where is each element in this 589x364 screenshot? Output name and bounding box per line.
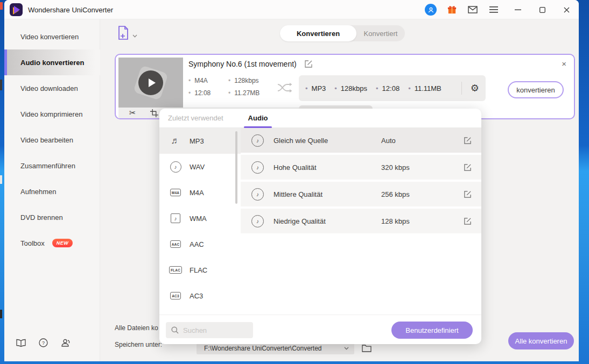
chevron-down-icon	[132, 34, 137, 38]
format-item-wav[interactable]: ♪ WAV	[159, 154, 241, 180]
source-bitrate: 128kbps	[228, 77, 260, 84]
ac3-badge-icon: AC3	[170, 292, 181, 299]
maximize-icon	[539, 7, 545, 13]
close-icon	[564, 7, 570, 13]
desktop-icon-fragment	[0, 175, 2, 184]
sidebar-item-video-downloaden[interactable]: Video downloaden	[4, 75, 100, 101]
sidebar-item-zusammenfuehren[interactable]: Zusammenführen	[4, 153, 100, 179]
feedback-button[interactable]	[467, 4, 479, 16]
quality-note-icon: ♪	[251, 134, 264, 147]
sidebar-item-video-konvertieren[interactable]: Video konvertieren	[4, 24, 100, 49]
convert-file-button[interactable]: konvertieren	[508, 81, 564, 98]
quality-row-low[interactable]: ♪ Niedrige Qualität 128 kbps	[241, 209, 481, 234]
svg-text:?: ?	[42, 340, 45, 346]
format-item-wma[interactable]: ♪ WMA	[159, 205, 241, 231]
rename-edit-icon[interactable]	[304, 60, 313, 68]
maximize-button[interactable]	[536, 4, 548, 16]
sidebar-item-toolbox[interactable]: Toolbox NEW	[4, 230, 100, 256]
popup-tab-recent[interactable]: Zuletzt verwendet	[168, 114, 223, 122]
quality-row-high[interactable]: ♪ Hohe Qualität 320 kbps	[241, 155, 481, 181]
source-media-info: M4A 128kbps 12:08 11.27MB	[188, 77, 260, 97]
user-avatar-icon	[425, 4, 437, 16]
search-icon	[171, 326, 179, 334]
account-button[interactable]	[425, 4, 437, 16]
edit-preset-icon[interactable]	[464, 163, 472, 172]
community-button[interactable]	[61, 339, 71, 349]
save-under-label: Speichern unter:	[115, 341, 162, 348]
play-icon	[138, 70, 163, 95]
file-title: Symphony No.6 (1st movement)	[188, 60, 297, 68]
sidebar-item-dvd-brennen[interactable]: DVD brennen	[4, 204, 100, 230]
source-format: M4A	[188, 77, 228, 84]
format-item-ac3[interactable]: AC3 AC3	[159, 283, 241, 309]
format-item-mp3[interactable]: ♬ MP3	[159, 128, 241, 154]
wav-circle-note-icon: ♪	[170, 161, 181, 173]
save-path-value: F:\Wondershare UniConverter\Converted	[204, 345, 322, 352]
flac-badge-icon: FLAC	[169, 266, 182, 274]
app-window: Wondershare UniConverter	[4, 0, 579, 361]
add-file-icon	[117, 26, 129, 40]
help-button[interactable]: ?	[39, 338, 48, 349]
app-logo-icon	[10, 3, 23, 16]
chevron-down-icon	[344, 347, 349, 350]
desktop-icon-fragment	[0, 310, 2, 318]
sidebar-item-video-komprimieren[interactable]: Video komprimieren	[4, 101, 100, 127]
media-thumbnail[interactable]	[118, 58, 183, 108]
popup-bottom-bar: Benutzerdefiniert	[159, 315, 481, 344]
format-item-aac[interactable]: AAC AAC	[159, 231, 241, 257]
output-settings-box[interactable]: MP3 128kbps 12:08 11.11MB ⚙	[299, 75, 486, 101]
edit-preset-icon[interactable]	[464, 190, 472, 198]
source-duration: 12:08	[188, 89, 228, 97]
format-item-flac[interactable]: FLAC FLAC	[159, 257, 241, 283]
sidebar-item-video-bearbeiten[interactable]: Video bearbeiten	[4, 127, 100, 153]
sidebar-item-audio-konvertieren[interactable]: Audio konvertieren	[4, 49, 100, 75]
mail-icon	[468, 6, 478, 13]
format-selection-popup: Zuletzt verwendet Audio ♬ MP3 ♪ WAV M4A …	[159, 109, 481, 344]
crop-icon[interactable]	[150, 109, 158, 117]
quality-note-icon: ♪	[251, 188, 264, 201]
quality-note-icon: ♪	[251, 215, 264, 227]
target-bitrate: 128kbps	[334, 84, 367, 92]
settings-gear-icon[interactable]: ⚙	[471, 82, 479, 94]
menu-button[interactable]	[488, 4, 500, 16]
m4a-badge-icon: M4A	[170, 189, 181, 196]
guide-button[interactable]	[16, 339, 26, 349]
convert-all-button[interactable]: Alle konvertieren	[508, 332, 574, 349]
window-title: Wondershare UniConverter	[28, 6, 113, 14]
search-input[interactable]	[183, 326, 242, 334]
target-size: 11.11MB	[408, 84, 441, 92]
minimize-icon	[515, 6, 521, 13]
tab-konvertieren[interactable]: Konvertieren	[280, 25, 356, 41]
convert-shuffle-icon	[277, 82, 292, 94]
quality-row-same-as-source[interactable]: ♪ Gleich wie Quelle Auto	[241, 128, 481, 154]
convert-to-label: Alle Dateien ko	[115, 324, 158, 332]
gift-button[interactable]	[446, 4, 458, 16]
popup-tab-audio[interactable]: Audio	[248, 114, 268, 122]
trim-scissors-icon[interactable]: ✂	[129, 108, 136, 118]
hamburger-menu-icon	[489, 6, 498, 13]
edit-preset-icon[interactable]	[464, 137, 472, 145]
popup-tabs: Zuletzt verwendet Audio	[159, 109, 481, 128]
add-file-button[interactable]	[117, 26, 137, 40]
format-list-scrollbar[interactable]	[235, 131, 237, 204]
book-icon	[16, 339, 26, 347]
format-search-box[interactable]	[166, 322, 253, 338]
target-format: MP3	[305, 84, 326, 92]
open-folder-icon[interactable]	[362, 344, 371, 352]
custom-settings-button[interactable]: Benutzerdefiniert	[391, 322, 473, 339]
divider	[461, 82, 462, 95]
minimize-button[interactable]	[512, 4, 524, 16]
tab-konvertiert[interactable]: Konvertiert	[356, 25, 405, 41]
sidebar-item-aufnehmen[interactable]: Aufnehmen	[4, 179, 100, 204]
wma-square-note-icon: ♪	[171, 213, 180, 223]
format-item-m4a[interactable]: M4A M4A	[159, 180, 241, 205]
edit-preset-icon[interactable]	[464, 217, 472, 225]
sidebar: Video konvertieren Audio konvertieren Vi…	[4, 19, 100, 361]
gift-icon	[447, 5, 457, 15]
remove-file-icon[interactable]: ×	[562, 59, 566, 68]
quality-row-medium[interactable]: ♪ Mittlere Qualität 256 kbps	[241, 182, 481, 208]
save-path-select[interactable]: F:\Wondershare UniConverter\Converted	[197, 342, 354, 354]
close-button[interactable]	[560, 4, 572, 16]
new-badge: NEW	[52, 239, 73, 247]
desktop-icon-fragment	[0, 80, 2, 90]
